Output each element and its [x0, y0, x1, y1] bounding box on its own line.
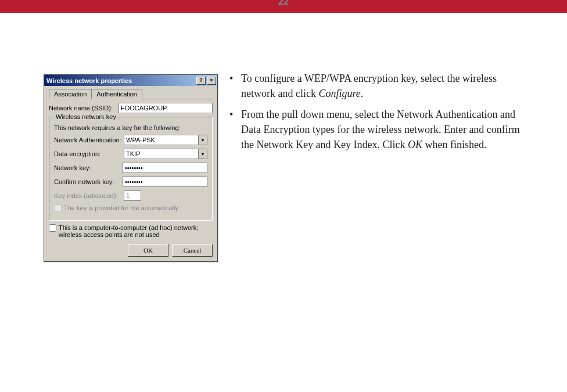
encrypt-row: Data encryption: TKIP ▼: [54, 149, 207, 159]
dialog-button-row: OK Cancel: [49, 244, 213, 257]
tab-strip: Association Authentication: [49, 88, 213, 99]
bullet-1-text: To configure a WEP/WPA encryption key, s…: [241, 71, 532, 101]
key-index-row: Key index (advanced): 1: [54, 190, 207, 201]
auth-label: Network Authentication:: [54, 136, 124, 143]
bullet-dot-icon: •: [229, 71, 241, 101]
bullet1-part-a: To configure a WEP/WPA encryption key, s…: [241, 73, 497, 99]
group-legend: Wireless network key: [54, 113, 118, 120]
confirm-key-row: Confirm network key:: [54, 177, 207, 187]
titlebar-buttons: ? ×: [195, 77, 216, 85]
auto-key-label: The key is provided for me automatically: [64, 204, 178, 211]
bullet-dot-icon: •: [229, 107, 241, 152]
encrypt-value: TKIP: [124, 150, 198, 157]
bullet1-part-b: .: [361, 88, 364, 99]
auto-key-row: The key is provided for me automatically: [54, 204, 207, 212]
titlebar: Wireless network properties ? ×: [44, 75, 217, 86]
key-label: Network key:: [54, 164, 123, 171]
auth-select[interactable]: WPA-PSK ▼: [124, 135, 207, 145]
page-number: 22: [0, 0, 567, 7]
cancel-button[interactable]: Cancel: [172, 244, 213, 257]
ssid-label: Network name (SSID):: [49, 105, 119, 112]
key-input[interactable]: [123, 163, 207, 173]
dialog-screenshot: Wireless network properties ? × Associat…: [44, 74, 218, 262]
bullet2-em: OK: [408, 139, 422, 150]
close-button[interactable]: ×: [207, 77, 216, 85]
encrypt-label: Data encryption:: [54, 150, 124, 157]
bullet-1: • To configure a WEP/WPA encryption key,…: [229, 71, 532, 101]
bullet-2-text: From the pull down menu, select the Netw…: [241, 107, 532, 152]
group-note: This network requires a key for the foll…: [54, 124, 207, 131]
auth-row: Network Authentication: WPA-PSK ▼: [54, 135, 207, 145]
bullet2-part-b: when finished.: [422, 139, 486, 150]
window-title: Wireless network properties: [46, 77, 195, 84]
bullet-2: • From the pull down menu, select the Ne…: [229, 107, 532, 152]
key-row: Network key:: [54, 163, 207, 173]
key-index-input: 1: [124, 190, 141, 201]
chevron-down-icon: ▼: [198, 135, 207, 145]
dialog-body: Association Authentication Network name …: [44, 86, 217, 261]
tab-authentication[interactable]: Authentication: [91, 89, 142, 99]
tab-association[interactable]: Association: [49, 89, 92, 99]
instruction-area: • To configure a WEP/WPA encryption key,…: [229, 71, 532, 158]
adhoc-row: This is a computer-to-computer (ad hoc) …: [49, 224, 213, 238]
help-button[interactable]: ?: [196, 77, 206, 85]
auth-value: WPA-PSK: [124, 136, 198, 143]
ssid-row: Network name (SSID):: [49, 103, 213, 113]
adhoc-label: This is a computer-to-computer (ad hoc) …: [59, 224, 213, 238]
confirm-key-input[interactable]: [123, 177, 207, 187]
chevron-down-icon: ▼: [198, 149, 207, 159]
key-index-label: Key index (advanced):: [54, 192, 124, 199]
confirm-key-label: Confirm network key:: [54, 178, 123, 185]
dialog-window: Wireless network properties ? × Associat…: [44, 74, 218, 262]
wireless-key-group: Wireless network key This network requir…: [49, 117, 213, 221]
bullet1-em: Configure: [318, 88, 360, 99]
auto-key-checkbox: [54, 204, 62, 212]
ssid-input[interactable]: [119, 103, 213, 113]
encrypt-select[interactable]: TKIP ▼: [124, 149, 207, 159]
ok-button[interactable]: OK: [128, 244, 168, 257]
adhoc-checkbox[interactable]: [49, 224, 56, 232]
